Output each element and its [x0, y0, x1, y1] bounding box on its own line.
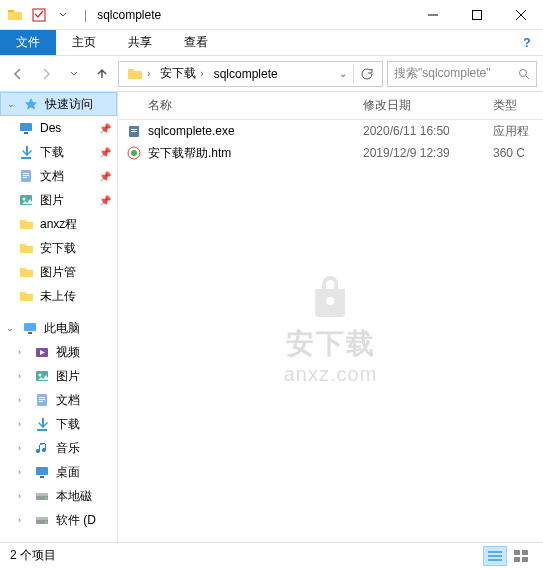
refresh-button[interactable]	[360, 67, 374, 81]
close-button[interactable]	[499, 0, 543, 30]
sidebar-quick-access[interactable]: ⌄ 快速访问	[0, 92, 117, 116]
breadcrumb-actions: ⌄	[335, 64, 378, 84]
folder-icon	[18, 288, 34, 304]
expand-icon: ›	[18, 419, 28, 429]
sidebar-item[interactable]: 下载📌	[0, 140, 117, 164]
quick-access-toolbar	[0, 4, 78, 26]
status-count: 2 个项目	[10, 547, 481, 564]
recent-dropdown[interactable]	[62, 62, 86, 86]
sidebar-item-label: 文档	[56, 392, 80, 409]
window-controls	[411, 0, 543, 30]
sidebar-item[interactable]: ›音乐	[0, 436, 117, 460]
sidebar-item[interactable]: ›下载	[0, 412, 117, 436]
sidebar-item[interactable]: 未上传	[0, 284, 117, 308]
watermark-url: anxz.com	[284, 363, 378, 386]
up-button[interactable]	[90, 62, 114, 86]
sidebar-item-label: 下载	[56, 416, 80, 433]
sidebar-item[interactable]: 文档📌	[0, 164, 117, 188]
sidebar-item-label: 下载	[40, 144, 64, 161]
file-row[interactable]: 安下载帮助.htm2019/12/9 12:39360 C	[118, 142, 543, 164]
qat-dropdown[interactable]	[52, 4, 74, 26]
expand-icon: ›	[18, 443, 28, 453]
watermark: 安下载 anxz.com	[284, 271, 378, 386]
navigation-pane: ⌄ 快速访问 Des📌下载📌文档📌图片📌anxz程安下载图片管未上传 ⌄ 此电脑…	[0, 92, 118, 542]
minimize-button[interactable]	[411, 0, 455, 30]
svg-rect-39	[488, 555, 502, 557]
col-name[interactable]: 名称	[118, 97, 363, 114]
breadcrumb-seg2[interactable]: sqlcomplete	[210, 67, 282, 81]
navigation-bar: › 安下载 › sqlcomplete ⌄ 搜索"sqlcomplete"	[0, 56, 543, 92]
sidebar-item[interactable]: 图片📌	[0, 188, 117, 212]
sidebar-item[interactable]: ›软件 (D	[0, 508, 117, 532]
status-bar: 2 个项目	[0, 542, 543, 568]
svg-rect-24	[36, 467, 48, 475]
col-date[interactable]: 修改日期	[363, 97, 493, 114]
svg-rect-21	[39, 399, 45, 400]
search-input[interactable]: 搜索"sqlcomplete"	[387, 61, 537, 87]
svg-rect-14	[24, 323, 36, 331]
ribbon-tabs: 文件 主页 共享 查看 ?	[0, 30, 543, 56]
file-type: 应用程	[493, 123, 543, 140]
pic-icon	[34, 368, 50, 384]
doc-icon	[34, 392, 50, 408]
disk-icon	[34, 488, 50, 504]
breadcrumb-seg1[interactable]: 安下载 ›	[156, 65, 207, 82]
tab-file[interactable]: 文件	[0, 30, 56, 55]
tab-home[interactable]: 主页	[56, 30, 112, 55]
svg-rect-40	[488, 559, 502, 561]
download-icon	[18, 144, 34, 160]
file-date: 2020/6/11 16:50	[363, 124, 493, 138]
file-type: 360 C	[493, 146, 543, 160]
properties-button[interactable]	[28, 4, 50, 26]
sidebar-item[interactable]: ›文档	[0, 388, 117, 412]
file-row[interactable]: sqlcomplete.exe2020/6/11 16:50应用程	[118, 120, 543, 142]
ribbon-expand-button[interactable]	[352, 30, 384, 55]
ribbon-help-button[interactable]: ?	[511, 30, 543, 55]
svg-point-37	[327, 297, 335, 305]
chevron-right-icon: ›	[147, 68, 150, 79]
tab-share[interactable]: 共享	[112, 30, 168, 55]
svg-rect-22	[39, 401, 43, 402]
col-type[interactable]: 类型	[493, 97, 543, 114]
sidebar-item-label: 文档	[40, 168, 64, 185]
details-view-button[interactable]	[483, 546, 507, 566]
file-name: sqlcomplete.exe	[148, 124, 363, 138]
icons-view-button[interactable]	[509, 546, 533, 566]
star-icon	[23, 96, 39, 112]
sidebar-item-label: 桌面	[56, 464, 80, 481]
sidebar-item[interactable]: ›图片	[0, 364, 117, 388]
chevron-down-icon[interactable]: ⌄	[339, 68, 347, 79]
pin-icon: 📌	[99, 123, 111, 134]
folder-icon	[18, 264, 34, 280]
sidebar-item[interactable]: ›本地磁	[0, 484, 117, 508]
sidebar-item[interactable]: Des📌	[0, 116, 117, 140]
maximize-button[interactable]	[455, 0, 499, 30]
svg-rect-30	[36, 517, 48, 520]
sidebar-item[interactable]: 图片管	[0, 260, 117, 284]
svg-rect-10	[23, 175, 29, 176]
expand-icon: ›	[18, 347, 28, 357]
expand-icon: ›	[18, 515, 28, 525]
breadcrumb-root[interactable]: ›	[123, 67, 154, 81]
sidebar-item-label: 此电脑	[44, 320, 80, 337]
forward-button[interactable]	[34, 62, 58, 86]
sidebar-item-label: Des	[40, 121, 61, 135]
sidebar-item-label: 未上传	[40, 288, 76, 305]
sidebar-item-label: 本地磁	[56, 488, 92, 505]
breadcrumb-bar[interactable]: › 安下载 › sqlcomplete ⌄	[118, 61, 383, 87]
sidebar-item[interactable]: ›视频	[0, 340, 117, 364]
sidebar-this-pc[interactable]: ⌄ 此电脑	[0, 316, 117, 340]
disk-icon	[34, 512, 50, 528]
sidebar-item[interactable]: 安下载	[0, 236, 117, 260]
svg-rect-15	[28, 332, 32, 334]
folder-icon	[127, 67, 143, 81]
sidebar-item[interactable]: ›桌面	[0, 460, 117, 484]
tab-view[interactable]: 查看	[168, 30, 224, 55]
back-button[interactable]	[6, 62, 30, 86]
sidebar-item-label: 软件 (D	[56, 512, 96, 529]
file-date: 2019/12/9 12:39	[363, 146, 493, 160]
pin-icon: 📌	[99, 147, 111, 158]
sidebar-item[interactable]: anxz程	[0, 212, 117, 236]
svg-rect-5	[20, 123, 32, 131]
window-title: sqlcomplete	[93, 8, 411, 22]
